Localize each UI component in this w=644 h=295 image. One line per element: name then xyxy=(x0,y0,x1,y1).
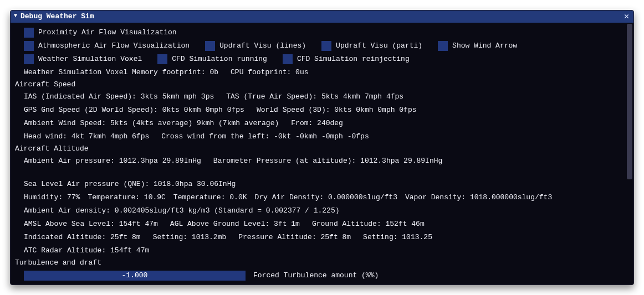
altimeter-setting: Setting: 1013.25 xyxy=(363,232,432,243)
atc-radar-altitude: ATC Radar Altitude: 154ft 47m xyxy=(14,244,622,257)
checkbox-label: Athmospheric Air Flow Visualization xyxy=(38,40,190,51)
checkbox-cfd-running[interactable] xyxy=(157,54,167,64)
window-title: Debug Weather Sim xyxy=(21,11,94,22)
vertical-scrollbar[interactable] xyxy=(626,23,633,284)
checkbox-cfd-reinjecting[interactable] xyxy=(283,54,293,64)
checkbox-show-wind-arrow[interactable] xyxy=(438,41,448,51)
temperature-k: Temperature: 0.0K xyxy=(173,192,247,203)
debug-weather-sim-window: ▼ Debug Weather Sim ✕ Proximity Air Flow… xyxy=(10,10,634,285)
collapse-triangle-icon[interactable]: ▼ xyxy=(14,11,17,22)
checkbox-label: Updraft Visu (parti) xyxy=(336,40,422,51)
checkbox-label: Proximity Air Flow Visualization xyxy=(38,27,177,38)
checkbox-label: CFD Simulation reinjecting xyxy=(297,54,410,65)
world-speed-3d: World Speed (3D): 0kts 0kmh 0mph 0fps xyxy=(257,105,417,116)
temperature-c: Temperature: 10.9C xyxy=(88,192,165,203)
forced-turbulence-label: Forced Turbulence amount (%%) xyxy=(253,270,379,281)
checkbox-updraft-parti[interactable] xyxy=(321,41,331,51)
checkbox-label: Weather Simulation Voxel xyxy=(38,54,142,65)
voxel-memory-footprint: Weather Simulation Voxel Memory footprin… xyxy=(24,67,218,78)
vapor-density: Vapor Density: 1018.000000slug/ft3 xyxy=(405,192,552,203)
section-heading-turbulence: Turbulence and draft xyxy=(14,257,622,268)
humidity: Humidity: 77% xyxy=(24,192,80,203)
checkbox-label: CFD Simulation running xyxy=(172,54,267,65)
ambient-wind-speed: Ambient Wind Speed: 5kts (4kts average) … xyxy=(24,118,279,129)
head-wind: Head wind: 4kt 7kmh 4mph 6fps xyxy=(24,131,149,142)
ambient-air-density: Ambient Air density: 0.002405slug/ft3 kg… xyxy=(14,204,622,218)
close-icon[interactable]: ✕ xyxy=(623,13,630,21)
cpu-footprint: CPU footprint: 0us xyxy=(231,67,308,78)
section-heading-speed: Aircraft Speed xyxy=(14,79,622,90)
sea-level-pressure-qne: Sea Level Air pressure (QNE): 1018.0hpa … xyxy=(24,179,236,190)
forced-turbulence-value: -1.000 xyxy=(24,271,246,281)
checkbox-label: Show Wind Arrow xyxy=(452,40,517,51)
dry-air-density: Dry Air Density: 0.000000slug/ft3 xyxy=(254,192,397,203)
ambient-air-pressure: Ambient Air pressure: 1012.3hpa 29.89InH… xyxy=(24,156,201,167)
panel-content: Proximity Air Flow Visualization Athmosp… xyxy=(11,23,626,284)
cross-wind: Cross wind from the left: -0kt -0kmh -0m… xyxy=(161,131,369,142)
section-heading-altitude: Aircraft Altitude xyxy=(14,143,622,154)
tas-value: TAS (True Air Speed): 5kts 4kmh 7mph 4fp… xyxy=(226,91,403,102)
barometer-pressure: Barometer Pressure (at altitude): 1012.3… xyxy=(213,156,442,167)
checkbox-proximity-airflow[interactable] xyxy=(24,28,34,38)
scrollbar-thumb[interactable] xyxy=(627,24,632,179)
checkbox-atmospheric-airflow[interactable] xyxy=(24,41,34,51)
checkbox-weather-sim-voxel[interactable] xyxy=(24,54,34,64)
checkbox-label: Updraft Visu (lines) xyxy=(219,40,306,51)
turbulence-assistance: Turbulence Assistance : LOW xyxy=(14,283,622,284)
checkbox-updraft-lines[interactable] xyxy=(205,41,215,51)
gps-gnd-speed: GPS Gnd Speed (2D World Speed): 0kts 0km… xyxy=(24,105,244,116)
ground-altitude: Ground Altitude: 152ft 46m xyxy=(312,219,425,230)
pressure-altitude: Pressure Altitude: 25ft 8m xyxy=(238,232,351,243)
forced-turbulence-slider[interactable]: -1.000 xyxy=(24,271,246,281)
wind-from: From: 240deg xyxy=(291,118,343,129)
altimeter-setting-mb: Setting: 1013.2mb xyxy=(153,232,227,243)
window-titlebar[interactable]: ▼ Debug Weather Sim ✕ xyxy=(11,11,633,23)
indicated-altitude: Indicated Altitude: 25ft 8m xyxy=(24,232,141,243)
amsl: AMSL Above Sea Level: 154ft 47m xyxy=(24,219,158,230)
agl: AGL Above Ground Level: 3ft 1m xyxy=(170,219,300,230)
ias-value: IAS (Indicated Air Speed): 3kts 5kmh mph… xyxy=(24,91,214,102)
